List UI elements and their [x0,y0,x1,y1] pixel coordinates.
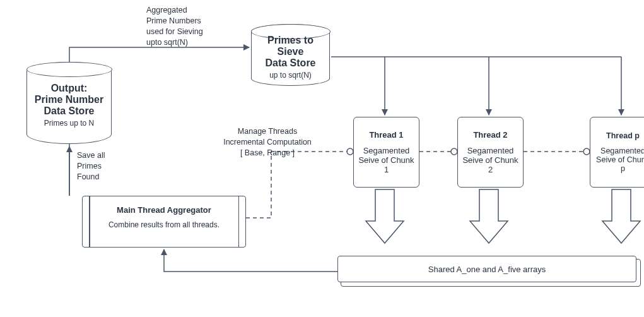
primes-to-sieve-store: Primes to Sieve Data Store up to sqrt(N) [251,24,330,86]
output-data-store: Output: Prime Number Data Store Primes u… [26,62,112,144]
title: Data Store [265,57,315,68]
thread-1-box: Thread 1 Segamented Seive of Chunk 1 [353,117,419,188]
text: used for Sieving [146,27,203,36]
thread-desc: Seive of Chunk p [594,155,644,173]
text: Prime Numbers [146,16,201,25]
text: upto sqrt(N) [146,38,188,47]
text: Save all [77,151,105,160]
text: [ Base, Range ] [240,148,295,157]
title: Prime Number [35,94,103,105]
aggregator-subtitle: Combine results from all threads. [108,220,220,229]
text: Manage Threads [238,127,297,136]
shared-arrays-card-back: Shared A_one and A_five arrays [341,259,641,287]
thread-desc: Seive of Chunk 2 [462,155,519,174]
title: Output: [51,83,88,93]
svg-point-2 [583,148,590,155]
svg-point-0 [347,148,353,155]
thread-desc: Segamented [594,147,644,155]
shared-arrays-label: Shared A_one and A_five arrays [428,265,546,274]
shared-arrays-card: Shared A_one and A_five arrays [337,256,636,282]
thread-p-box: Thread p Segamented Seive of Chunk p [590,117,644,188]
text: Aggregated [146,6,187,15]
text: Found [77,172,99,181]
text: Incremental Computation [223,138,312,147]
aggregator-title: Main Thread Aggregator [117,205,211,215]
subtitle: Primes up to N [44,119,94,128]
thread-title: Thread 2 [462,130,519,140]
title: Data Store [44,105,94,116]
subtitle: up to sqrt(N) [269,71,312,80]
save-primes-label: Save all Primes Found [77,150,127,182]
thread-desc: Segamented [462,146,519,155]
text: Primes [77,162,102,170]
thread-2-box: Thread 2 Segamented Seive of Chunk 2 [457,117,524,188]
thread-title: Thread p [594,131,644,140]
thread-title: Thread 1 [358,130,415,140]
manage-threads-label: Manage Threads Incremental Computation [… [211,126,324,158]
thread-desc: Segamented [358,146,415,155]
thread-desc: Seive of Chunk 1 [358,155,415,174]
main-thread-aggregator: Main Thread Aggregator Combine results f… [82,196,246,248]
aggregated-primes-label: Aggregated Prime Numbers used for Sievin… [146,5,235,48]
svg-point-1 [451,148,457,155]
title: Primes to Sieve [267,35,313,57]
